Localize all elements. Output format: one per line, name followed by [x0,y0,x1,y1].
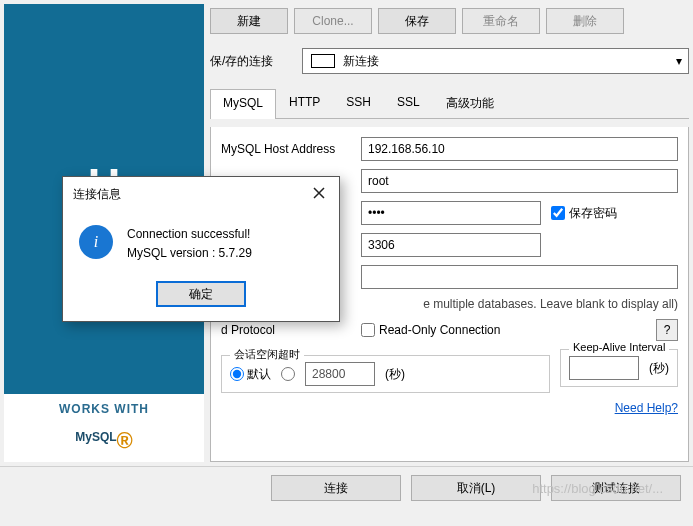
user-input[interactable] [361,169,678,193]
new-button[interactable]: 新建 [210,8,288,34]
keepalive-input[interactable] [569,356,639,380]
save-password-checkbox[interactable]: 保存密码 [551,205,617,222]
connection-color-swatch [311,54,335,68]
idle-unit: (秒) [385,366,405,383]
host-label: MySQL Host Address [221,142,351,156]
chevron-down-icon: ▾ [676,54,682,68]
need-help-link[interactable]: Need Help? [615,401,678,415]
session-idle-legend: 会话空闲超时 [230,347,304,362]
session-idle-fieldset: 会话空闲超时 默认 (秒) [221,355,550,393]
password-input[interactable] [361,201,541,225]
saved-connections-select[interactable]: 新连接 ▾ [302,48,689,74]
keepalive-legend: Keep-Alive Interval [569,341,669,353]
port-input[interactable] [361,233,541,257]
info-icon: i [79,225,113,259]
dialog-message-2: MySQL version : 5.7.29 [127,244,252,263]
tab-mysql[interactable]: MySQL [210,89,276,119]
cancel-button[interactable]: 取消(L) [411,475,541,501]
works-with-text: WORKS WITH [8,402,200,416]
tab-advanced[interactable]: 高级功能 [433,88,507,118]
custom-radio[interactable] [281,367,295,381]
save-button[interactable]: 保存 [378,8,456,34]
connect-button[interactable]: 连接 [271,475,401,501]
save-password-check[interactable] [551,206,565,220]
delete-button[interactable]: 删除 [546,8,624,34]
readonly-label: Read-Only Connection [379,323,500,337]
help-icon[interactable]: ? [656,319,678,341]
bottom-bar: 连接 取消(L) 测试连接 [0,466,693,509]
saved-connections-label: 保/存的连接 [210,53,292,70]
readonly-checkbox[interactable]: Read-Only Connection [361,323,500,337]
tab-ssl[interactable]: SSL [384,88,433,118]
protocol-label: d Protocol [221,323,351,337]
dialog-title: 连接信息 [73,186,311,203]
keepalive-unit: (秒) [649,360,669,377]
rename-button[interactable]: 重命名 [462,8,540,34]
ok-button[interactable]: 确定 [156,281,246,307]
clone-button[interactable]: Clone... [294,8,372,34]
dialog-message-1: Connection successful! [127,225,252,244]
selected-connection-text: 新连接 [343,53,379,70]
keepalive-fieldset: Keep-Alive Interval (秒) [560,349,678,387]
host-input[interactable] [361,137,678,161]
toolbar: 新建 Clone... 保存 重命名 删除 [210,4,689,38]
tab-http[interactable]: HTTP [276,88,333,118]
default-radio[interactable]: 默认 [230,366,271,383]
test-connection-button[interactable]: 测试连接 [551,475,681,501]
idle-seconds-input[interactable] [305,362,375,386]
readonly-check[interactable] [361,323,375,337]
works-with-mysql-logo: WORKS WITH MySQL® [4,394,204,462]
close-icon[interactable] [311,185,329,203]
tabs: MySQL HTTP SSH SSL 高级功能 [210,88,689,119]
connection-info-dialog: 连接信息 i Connection successful! MySQL vers… [62,176,340,322]
extra-input[interactable] [361,265,678,289]
tab-ssh[interactable]: SSH [333,88,384,118]
save-password-label: 保存密码 [569,205,617,222]
mysql-text: MySQL® [8,416,200,454]
